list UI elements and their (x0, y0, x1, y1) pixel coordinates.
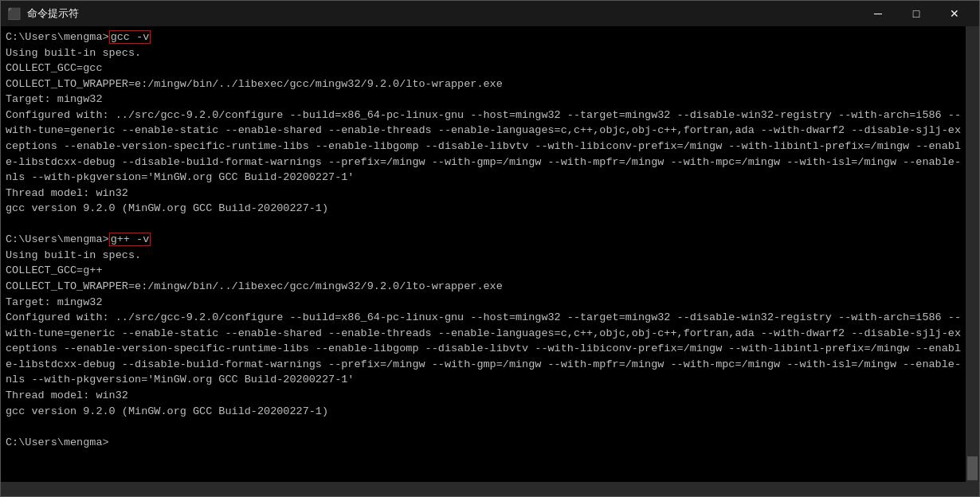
line-6: Configured with: ../src/gcc-9.2.0/config… (6, 108, 961, 186)
line-final-prompt: C:\Users\mengma> (6, 435, 961, 451)
maximize-button[interactable]: □ (898, 1, 935, 26)
line-2: Using built-in specs. (6, 45, 961, 61)
gpp-cmd-highlight: g++ -v (109, 233, 151, 246)
horizontal-scrollbar[interactable] (1, 483, 966, 496)
line-12: COLLECT_LTO_WRAPPER=e:/mingw/bin/../libe… (6, 279, 961, 295)
line-blank-2 (6, 419, 961, 435)
line-1: C:\Users\mengma>gcc -v (6, 29, 961, 45)
window-title: 命令提示符 (27, 6, 79, 21)
title-bar-left: ⬛ 命令提示符 (7, 6, 79, 21)
line-3: COLLECT_GCC=gcc (6, 61, 961, 76)
scroll-thumb[interactable] (967, 456, 978, 480)
title-bar: ⬛ 命令提示符 ─ □ ✕ (1, 1, 979, 26)
line-14: Configured with: ../src/gcc-9.2.0/config… (6, 310, 961, 388)
terminal-body[interactable]: C:\Users\mengma>gcc -v Using built-in sp… (1, 26, 966, 482)
close-button[interactable]: ✕ (936, 1, 973, 26)
line-10: Using built-in specs. (6, 248, 961, 264)
line-4: COLLECT_LTO_WRAPPER=e:/mingw/bin/../libe… (6, 76, 961, 92)
prompt-3: C:\Users\mengma> (6, 436, 109, 448)
line-blank-1 (6, 217, 961, 233)
scroll-corner (966, 483, 979, 496)
prompt-1: C:\Users\mengma> (6, 31, 109, 43)
cmd-window: ⬛ 命令提示符 ─ □ ✕ C:\Users\mengma>gcc -v Usi… (0, 0, 980, 497)
line-16: gcc version 9.2.0 (MinGW.org GCC Build-2… (6, 404, 961, 420)
gcc-cmd-highlight: gcc -v (109, 30, 151, 44)
vertical-scrollbar[interactable] (966, 26, 979, 482)
bottom-bar (1, 482, 979, 496)
window-icon: ⬛ (7, 7, 21, 21)
title-bar-controls: ─ □ ✕ (860, 1, 973, 26)
line-15: Thread model: win32 (6, 388, 961, 404)
line-11: COLLECT_GCC=g++ (6, 263, 961, 279)
prompt-2: C:\Users\mengma> (6, 233, 109, 245)
minimize-button[interactable]: ─ (860, 1, 896, 26)
terminal-area: C:\Users\mengma>gcc -v Using built-in sp… (1, 26, 979, 482)
line-7: Thread model: win32 (6, 186, 961, 202)
line-13: Target: mingw32 (6, 295, 961, 311)
line-8: gcc version 9.2.0 (MinGW.org GCC Build-2… (6, 201, 961, 217)
line-9: C:\Users\mengma>g++ -v (6, 232, 961, 248)
line-5: Target: mingw32 (6, 92, 961, 108)
